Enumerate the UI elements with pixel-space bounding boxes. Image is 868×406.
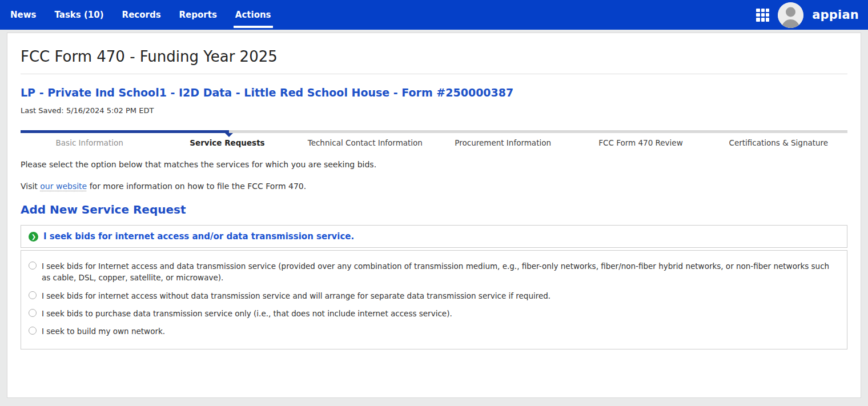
option-internet-and-data[interactable]: I seek bids for Internet access and data… — [29, 260, 839, 284]
title-divider — [21, 74, 847, 74]
step-technical-contact-information: Technical Contact Information — [296, 138, 434, 147]
last-saved-timestamp: Last Saved: 5/16/2024 5:02 PM EDT — [21, 106, 847, 115]
step-fcc-form-470-review: FCC Form 470 Review — [572, 138, 709, 147]
service-request-options-group: I seek bids for Internet access and data… — [21, 250, 847, 349]
user-avatar[interactable] — [778, 2, 803, 28]
nav-item-tasks[interactable]: Tasks (10) — [46, 0, 113, 30]
form-record-title: LP - Private Ind School1 - I2D Data - Li… — [21, 86, 847, 99]
step-service-requests: Service Requests — [158, 138, 296, 147]
step-basic-information: Basic Information — [21, 138, 158, 147]
service-request-category-header[interactable]: ❯ I seek bids for internet access and/or… — [21, 225, 847, 248]
option-internet-without-data[interactable]: I seek bids for internet access without … — [29, 290, 839, 302]
top-navigation-bar: News Tasks (10) Records Reports Actions … — [0, 0, 868, 30]
radio-button-icon[interactable] — [29, 291, 37, 299]
form-content-card: FCC Form 470 - Funding Year 2025 LP - Pr… — [7, 33, 861, 398]
progress-fill — [21, 130, 229, 133]
step-labels: Basic Information Service Requests Techn… — [21, 138, 847, 147]
page-title: FCC Form 470 - Funding Year 2025 — [21, 48, 847, 65]
person-icon — [778, 2, 803, 28]
option-build-own-network[interactable]: I seek to build my own network. — [29, 325, 839, 337]
current-step-arrow-icon — [225, 133, 233, 137]
step-certifications-signature: Certifications & Signature — [710, 138, 847, 147]
service-request-category-label: I seek bids for internet access and/or d… — [43, 231, 354, 242]
radio-button-icon[interactable] — [29, 262, 37, 270]
instruction-text: Please select the option below that matc… — [21, 160, 847, 169]
nav-item-reports[interactable]: Reports — [170, 0, 226, 30]
website-info-text: Visit our website for more information o… — [21, 182, 847, 191]
appian-logo: appian — [812, 8, 859, 22]
option-label: I seek bids for Internet access and data… — [42, 260, 839, 284]
chevron-right-icon: ❯ — [29, 232, 38, 242]
step-procurement-information: Procurement Information — [434, 138, 572, 147]
visit-suffix-text: for more information on how to file the … — [87, 182, 306, 191]
nav-item-news[interactable]: News — [1, 0, 46, 30]
nav-item-actions[interactable]: Actions — [226, 0, 280, 30]
option-label: I seek bids to purchase data transmissio… — [42, 308, 452, 319]
option-label: I seek bids for internet access without … — [42, 290, 550, 302]
nav-item-records[interactable]: Records — [113, 0, 170, 30]
our-website-link[interactable]: our website — [40, 182, 87, 191]
option-label: I seek to build my own network. — [42, 325, 165, 337]
visit-prefix-text: Visit — [21, 182, 40, 191]
apps-grid-icon[interactable] — [756, 9, 769, 22]
nav-menu: News Tasks (10) Records Reports Actions — [1, 0, 280, 30]
wizard-progress-stepper: Basic Information Service Requests Techn… — [21, 130, 847, 147]
progress-track — [21, 130, 847, 133]
option-data-only[interactable]: I seek bids to purchase data transmissio… — [29, 308, 839, 319]
nav-utilities: appian — [756, 0, 859, 30]
section-heading: Add New Service Request — [21, 203, 847, 216]
radio-button-icon[interactable] — [29, 309, 37, 317]
radio-button-icon[interactable] — [29, 327, 37, 335]
